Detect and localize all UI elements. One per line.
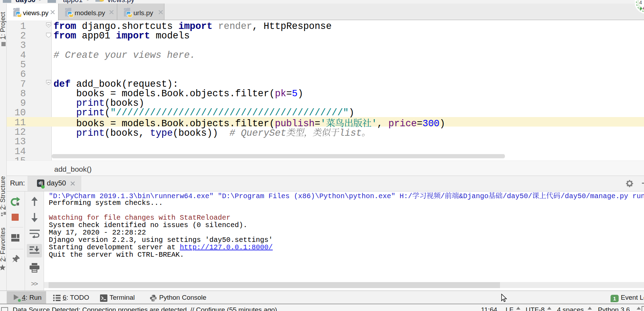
svg-text:4: 4 — [643, 6, 644, 10]
svg-text:4: 4 — [639, 0, 642, 5]
